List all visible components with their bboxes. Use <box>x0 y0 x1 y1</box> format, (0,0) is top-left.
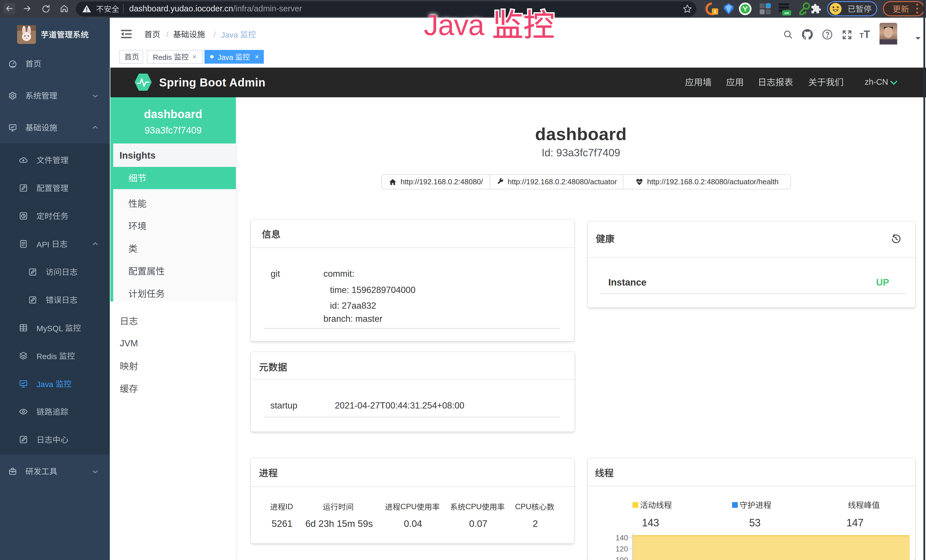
svg-text:on: on <box>785 11 789 15</box>
svg-text:1: 1 <box>714 9 716 14</box>
